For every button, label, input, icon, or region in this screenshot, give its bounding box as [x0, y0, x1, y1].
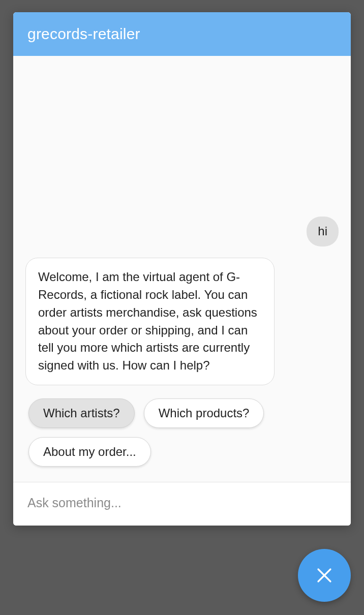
close-icon	[314, 565, 335, 586]
chat-input[interactable]	[27, 496, 337, 510]
chat-title: grecords-retailer	[27, 25, 140, 42]
bot-message-text: Welcome, I am the virtual agent of G-Rec…	[38, 270, 257, 372]
user-message-text: hi	[318, 224, 327, 238]
bot-message-bubble: Welcome, I am the virtual agent of G-Rec…	[25, 258, 275, 385]
chip-about-my-order[interactable]: About my order...	[28, 437, 151, 467]
chip-label: Which artists?	[43, 406, 120, 420]
chat-window: grecords-retailer hi Welcome, I am the v…	[13, 12, 351, 526]
chat-header: grecords-retailer	[13, 12, 351, 56]
chat-input-bar	[13, 482, 351, 526]
close-chat-button[interactable]	[298, 549, 351, 602]
chat-body: hi Welcome, I am the virtual agent of G-…	[13, 56, 351, 482]
chip-which-artists[interactable]: Which artists?	[28, 398, 135, 428]
chip-which-products[interactable]: Which products?	[144, 398, 264, 428]
message-row-user: hi	[25, 217, 339, 247]
chip-label: Which products?	[159, 406, 250, 420]
user-message-bubble: hi	[307, 217, 339, 247]
message-row-bot: Welcome, I am the virtual agent of G-Rec…	[25, 258, 339, 385]
suggestion-chips: Which artists? Which products? About my …	[28, 398, 339, 467]
chip-label: About my order...	[43, 445, 136, 458]
